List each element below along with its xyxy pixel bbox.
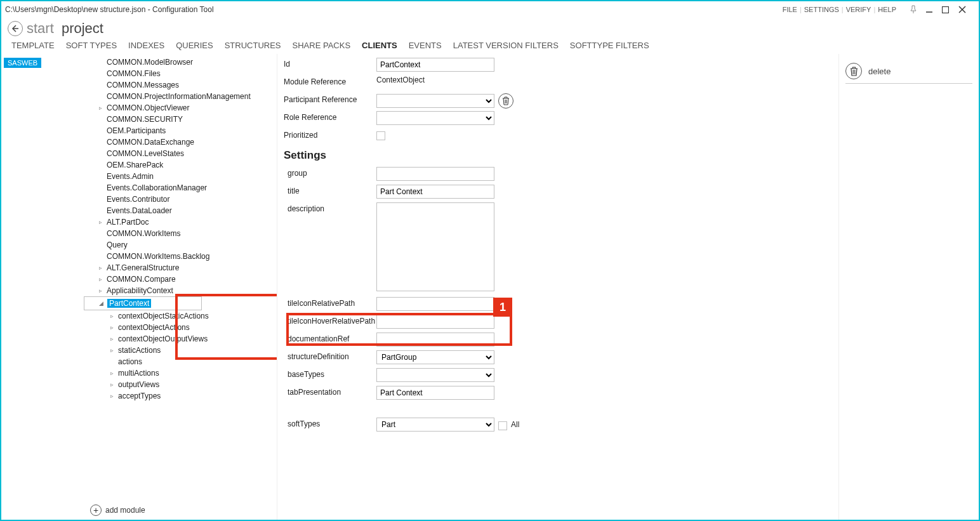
tree-item-label: multiActions <box>118 369 159 378</box>
tree-item[interactable]: Query <box>84 239 277 251</box>
tab-soft-types[interactable]: SOFT TYPES <box>66 41 117 50</box>
tree-item[interactable]: COMMON.ModelBrowser <box>84 56 277 68</box>
field-basetypes[interactable] <box>376 368 494 382</box>
expand-icon[interactable]: ▹ <box>96 265 104 271</box>
tree-item[interactable]: ◢PartContext <box>84 296 202 310</box>
tree-item[interactable]: COMMON.DataExchange <box>84 136 277 148</box>
label-prioritized: Prioritized <box>284 129 376 140</box>
action-delete[interactable]: delete <box>845 63 972 79</box>
field-title[interactable] <box>376 185 494 199</box>
field-prioritized[interactable] <box>376 131 385 140</box>
crumb-start[interactable]: start <box>27 20 54 36</box>
tree-item-label: staticActions <box>118 346 161 355</box>
expand-icon[interactable]: ▹ <box>108 324 116 331</box>
tree-item[interactable]: COMMON.WorkItems.Backlog <box>84 251 277 262</box>
tree-item-label: COMMON.DataExchange <box>107 138 194 147</box>
tree-item[interactable]: ▹COMMON.Compare <box>84 274 277 285</box>
tree-item[interactable]: COMMON.Files <box>84 68 277 79</box>
tab-softtype-filters[interactable]: SOFTTYPE FILTERS <box>570 41 649 50</box>
menu-settings[interactable]: SETTINGS <box>804 6 839 13</box>
collapse-icon[interactable]: ◢ <box>97 300 105 307</box>
minimize-button[interactable] <box>925 6 942 13</box>
tree-item-label: OEM.SharePack <box>107 161 163 169</box>
expand-icon[interactable]: ▹ <box>96 276 104 282</box>
tree-item[interactable]: COMMON.LevelStates <box>84 148 277 159</box>
form-panel: Id Module Reference ContextObject Partic… <box>277 54 839 520</box>
expand-icon[interactable]: ▹ <box>108 393 116 399</box>
field-group[interactable] <box>376 167 494 181</box>
close-button[interactable] <box>958 6 975 13</box>
tab-latest-version-filters[interactable]: LATEST VERSION FILTERS <box>453 41 559 50</box>
expand-icon[interactable]: ▹ <box>108 347 116 353</box>
tree-item[interactable]: Events.Admin <box>84 171 277 182</box>
tab-clients[interactable]: CLIENTS <box>362 41 397 50</box>
label-title: title <box>284 185 376 195</box>
tree-item[interactable]: Events.DataLoader <box>84 205 277 216</box>
field-description[interactable] <box>376 202 494 291</box>
field-tileicon[interactable] <box>376 297 494 311</box>
field-id[interactable] <box>376 58 494 72</box>
tree-item[interactable]: ▹contextObjectOutputViews <box>84 333 277 345</box>
menu-verify[interactable]: VERIFY <box>846 6 871 13</box>
pin-icon[interactable] <box>909 5 925 14</box>
expand-icon[interactable]: ▹ <box>96 219 104 225</box>
tree-item[interactable]: Events.CollaborationManager <box>84 182 277 194</box>
expand-icon[interactable]: ▹ <box>96 287 104 294</box>
checkbox-all[interactable] <box>498 421 507 430</box>
tree-item[interactable]: Events.Contributor <box>84 194 277 205</box>
field-docref[interactable] <box>376 333 494 346</box>
field-tileiconhover[interactable] <box>376 315 494 329</box>
tree-item[interactable]: ▹contextObjectStaticActions <box>84 310 277 322</box>
tab-indexes[interactable]: INDEXES <box>128 41 164 50</box>
tree-item[interactable]: ▹acceptTypes <box>84 390 277 402</box>
tree-item[interactable]: COMMON.Messages <box>84 79 277 91</box>
tree-item[interactable]: COMMON.WorkItems <box>84 228 277 239</box>
tree-item-label: ALT.PartDoc <box>107 218 149 227</box>
tree-item[interactable]: actions <box>84 356 277 367</box>
tab-events[interactable]: EVENTS <box>409 41 442 50</box>
expand-icon[interactable]: ▹ <box>108 381 116 388</box>
back-button[interactable] <box>8 21 23 36</box>
tree-item-label: COMMON.Messages <box>107 81 179 89</box>
tree-item[interactable]: ▹outputViews <box>84 379 277 390</box>
field-participantref[interactable] <box>376 94 494 108</box>
field-softtypes[interactable]: Part <box>376 418 494 432</box>
tree-item[interactable]: COMMON.ProjectInformationManagement <box>84 91 277 102</box>
trash-icon <box>845 63 862 79</box>
title-bar: C:\Users\mgn\Desktop\new structure.json … <box>1 1 979 18</box>
maximize-button[interactable] <box>942 6 958 13</box>
breadcrumb: start project <box>1 18 979 39</box>
tree-item-label: COMMON.ProjectInformationManagement <box>107 92 251 101</box>
add-module-button[interactable]: + add module <box>90 505 145 516</box>
field-structdef[interactable]: PartGroup <box>376 350 494 364</box>
tree-item-label: outputViews <box>118 380 159 389</box>
tree-item-label: COMMON.WorkItems <box>107 229 180 238</box>
expand-icon[interactable]: ▹ <box>108 370 116 376</box>
tree-item[interactable]: ▹multiActions <box>84 367 277 379</box>
delete-participantref-button[interactable] <box>498 93 513 109</box>
crumb-project[interactable]: project <box>62 20 103 36</box>
tree-item[interactable]: OEM.Participants <box>84 125 277 136</box>
tab-queries[interactable]: QUERIES <box>176 41 213 50</box>
expand-icon[interactable]: ▹ <box>96 105 104 111</box>
tree-item[interactable]: COMMON.SECURITY <box>84 114 277 125</box>
tree-item[interactable]: ▹COMMON.ObjectViewer <box>84 102 277 114</box>
tree-item-label: OEM.Participants <box>107 126 166 135</box>
tab-template[interactable]: TEMPLATE <box>11 41 55 50</box>
tree-item[interactable]: ▹contextObjectActions <box>84 322 277 333</box>
field-tabpres[interactable] <box>376 386 494 400</box>
menu-help[interactable]: HELP <box>878 6 896 13</box>
client-tag[interactable]: SASWEB <box>4 58 41 68</box>
tree-item[interactable]: ▹ALT.PartDoc <box>84 216 277 228</box>
tab-structures[interactable]: STRUCTURES <box>225 41 281 50</box>
tree-item[interactable]: ▹ALT.GeneralStructure <box>84 262 277 274</box>
heading-settings: Settings <box>284 149 832 162</box>
expand-icon[interactable]: ▹ <box>108 313 116 319</box>
tab-share-packs[interactable]: SHARE PACKS <box>293 41 351 50</box>
tree-item[interactable]: ▹staticActions <box>84 345 277 356</box>
tree-item[interactable]: ▹ApplicabilityContext <box>84 285 277 296</box>
expand-icon[interactable]: ▹ <box>108 336 116 342</box>
tree-item[interactable]: OEM.SharePack <box>84 159 277 171</box>
field-roleref[interactable] <box>376 111 494 125</box>
menu-file[interactable]: FILE <box>783 6 797 13</box>
